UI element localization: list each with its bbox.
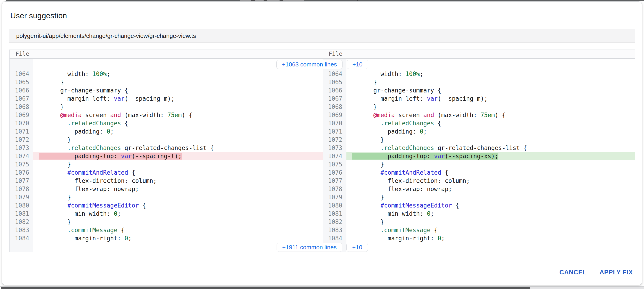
diff-header-right: File [323, 50, 635, 58]
underlying-page-bottom-bar-light [530, 287, 644, 289]
code-cell-left: } [33, 103, 323, 111]
diff-header-row: File File [10, 50, 635, 59]
context-controls-top: +1063 common lines+10 [10, 59, 635, 70]
line-number-left: 1080 [10, 201, 33, 210]
apply-fix-button[interactable]: APPLY FIX [598, 267, 634, 277]
code-token: and [423, 112, 434, 118]
code-cell-left: padding-top: var(--spacing-l); [33, 152, 323, 160]
show-common-lines-button[interactable]: +10 [347, 60, 368, 69]
code-token: { [117, 227, 124, 234]
code-token: .relatedChanges [67, 120, 121, 127]
code-token: ; [423, 128, 427, 135]
code-token: } [352, 161, 384, 168]
code-cell-right: gr-change-summary { [346, 86, 635, 94]
code-token: } [352, 79, 377, 86]
code-token: { [452, 202, 459, 209]
show-common-lines-button[interactable]: +1063 common lines [276, 60, 343, 69]
show-common-lines-button[interactable]: +10 [346, 243, 368, 252]
code-token: } [39, 79, 64, 86]
code-token: .commitMessage [67, 227, 117, 234]
code-cell-left: #commitMessageEditor { [33, 201, 323, 210]
underlying-page-bottom-bar [1, 287, 530, 289]
code-token: screen [82, 112, 110, 118]
line-number-left: 1065 [10, 78, 33, 86]
code-token [39, 120, 67, 127]
code-token: #commitAndRelated [67, 169, 128, 176]
line-number-left: 1072 [10, 136, 33, 144]
code-cell-left: width: 100%; [33, 70, 323, 78]
code-cell-left: } [33, 78, 323, 86]
code-token: min-width: [352, 210, 427, 217]
code-token: gr-change-summary { [352, 87, 441, 94]
code-token: .relatedChanges [380, 120, 434, 127]
code-cell-right: .relatedChanges { [346, 119, 635, 128]
code-cell-right: } [346, 78, 635, 86]
diff-row-1065: 1065 }1065 } [10, 78, 635, 86]
code-token: ; [128, 235, 132, 242]
line-number-right: 1070 [323, 119, 346, 128]
underlying-top-light-segment [240, 0, 304, 1]
underlying-top-mark [251, 0, 255, 1]
code-token: 0 [114, 210, 118, 217]
code-token: flex-wrap: nowrap; [39, 186, 139, 192]
code-token: var [114, 95, 124, 102]
code-cell-right: } [346, 193, 635, 201]
line-number-right: 1068 [323, 103, 346, 111]
code-token [39, 227, 67, 234]
code-cell-left: margin-right: 0; [33, 234, 323, 242]
code-cell-left: #commitAndRelated { [33, 168, 323, 177]
line-number-right: 1082 [323, 218, 346, 226]
code-token: 0 [420, 128, 423, 135]
line-number-left: 1073 [10, 144, 33, 152]
added-text-highlight: padding-top: var(--spacing-xs); [352, 153, 498, 160]
context-buttons-bottom: +1911 common lines+10 [10, 242, 635, 252]
line-number-left: 1070 [10, 119, 33, 128]
diff-row-1066: 1066 gr-change-summary {1066 gr-change-s… [10, 86, 635, 94]
code-token: screen [395, 112, 423, 118]
code-token: { [121, 120, 128, 127]
diff-row-1076: 1076 #commitAndRelated {1076 #commitAndR… [10, 168, 635, 177]
line-number-right: 1072 [323, 136, 346, 144]
code-cell-right: margin-left: var(--spacing-m); [346, 94, 635, 103]
line-number-left: 1064 [10, 70, 33, 78]
code-token: } [352, 104, 377, 110]
diff-header-left: File [10, 50, 323, 58]
code-token: margin-left: [39, 95, 114, 102]
code-token: padding-top: [352, 153, 434, 160]
code-token: #commitMessageEditor [67, 202, 139, 209]
line-number-right: 1066 [323, 86, 346, 94]
diff-row-1077: 1077 flex-direction: column;1077 flex-di… [10, 177, 635, 185]
show-common-lines-button[interactable]: +1911 common lines [276, 243, 342, 252]
context-controls-bottom: +1911 common lines+10 [10, 242, 635, 252]
line-number-left: 1069 [10, 111, 33, 119]
dialog-title: User suggestion [10, 11, 67, 20]
code-token: .relatedChanges [380, 144, 434, 151]
code-token: ; [420, 70, 423, 78]
code-token: ; [430, 210, 434, 217]
code-token: margin-right: [352, 235, 438, 242]
line-number-right: 1080 [323, 201, 346, 210]
code-token: ; [106, 70, 110, 78]
code-cell-right: padding-top: var(--spacing-xs); [346, 152, 635, 160]
code-token: width: [352, 70, 406, 78]
line-number-right: 1067 [323, 94, 346, 103]
code-cell-left: flex-wrap: nowrap; [33, 185, 323, 193]
code-token [352, 120, 380, 127]
code-token: 0 [124, 235, 128, 242]
code-token: and [110, 112, 121, 118]
line-number-left: 1081 [10, 210, 33, 218]
cancel-button[interactable]: CANCEL [558, 267, 588, 277]
code-cell-left: } [33, 193, 323, 201]
code-cell-right: flex-wrap: nowrap; [346, 185, 635, 193]
code-token: } [352, 194, 384, 201]
code-token: ; [110, 128, 114, 135]
line-number-right: 1074 [323, 152, 346, 160]
code-token: 75em [480, 112, 495, 118]
code-token: padding: [39, 128, 106, 135]
line-number-left: 1079 [10, 193, 33, 201]
diff-row-1079: 1079 }1079 } [10, 193, 635, 201]
code-token: { [430, 227, 438, 234]
diff-row-1069: 1069 @media screen and (max-width: 75em)… [10, 111, 635, 119]
code-token: margin-left: [352, 95, 427, 102]
file-path-bar: polygerrit-ui/app/elements/change/gr-cha… [9, 29, 635, 43]
